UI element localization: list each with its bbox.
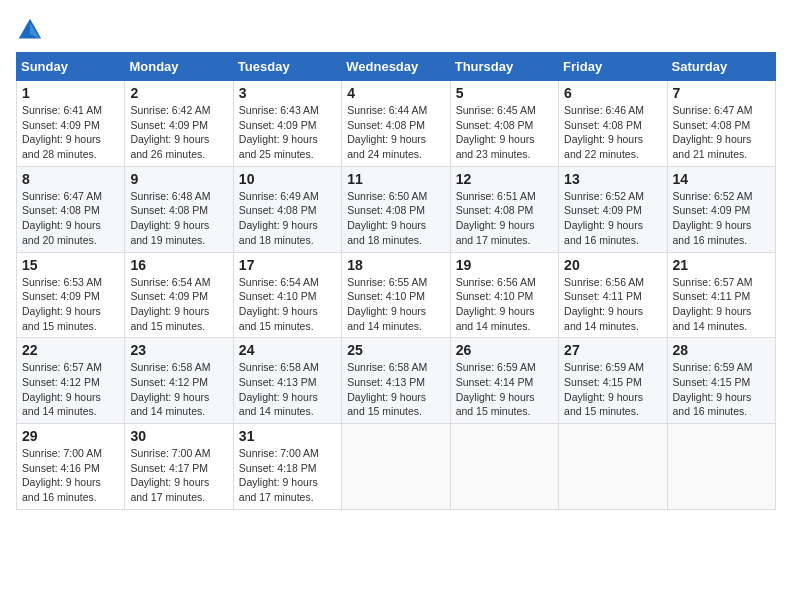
- day-number: 6: [564, 85, 661, 101]
- calendar-cell: 18 Sunrise: 6:55 AM Sunset: 4:10 PM Dayl…: [342, 252, 450, 338]
- day-info: Sunrise: 7:00 AM Sunset: 4:18 PM Dayligh…: [239, 446, 336, 505]
- calendar-cell: 27 Sunrise: 6:59 AM Sunset: 4:15 PM Dayl…: [559, 338, 667, 424]
- calendar-cell: [559, 424, 667, 510]
- calendar-cell: 22 Sunrise: 6:57 AM Sunset: 4:12 PM Dayl…: [17, 338, 125, 424]
- day-info: Sunrise: 6:59 AM Sunset: 4:14 PM Dayligh…: [456, 360, 553, 419]
- day-number: 21: [673, 257, 770, 273]
- day-info: Sunrise: 6:53 AM Sunset: 4:09 PM Dayligh…: [22, 275, 119, 334]
- calendar-cell: 4 Sunrise: 6:44 AM Sunset: 4:08 PM Dayli…: [342, 81, 450, 167]
- calendar-cell: 15 Sunrise: 6:53 AM Sunset: 4:09 PM Dayl…: [17, 252, 125, 338]
- week-row-3: 15 Sunrise: 6:53 AM Sunset: 4:09 PM Dayl…: [17, 252, 776, 338]
- day-number: 8: [22, 171, 119, 187]
- calendar-cell: 8 Sunrise: 6:47 AM Sunset: 4:08 PM Dayli…: [17, 166, 125, 252]
- day-info: Sunrise: 6:47 AM Sunset: 4:08 PM Dayligh…: [22, 189, 119, 248]
- day-number: 13: [564, 171, 661, 187]
- logo: [16, 16, 48, 44]
- day-info: Sunrise: 6:51 AM Sunset: 4:08 PM Dayligh…: [456, 189, 553, 248]
- calendar-cell: 26 Sunrise: 6:59 AM Sunset: 4:14 PM Dayl…: [450, 338, 558, 424]
- day-number: 3: [239, 85, 336, 101]
- day-number: 24: [239, 342, 336, 358]
- calendar-cell: 1 Sunrise: 6:41 AM Sunset: 4:09 PM Dayli…: [17, 81, 125, 167]
- calendar-cell: 21 Sunrise: 6:57 AM Sunset: 4:11 PM Dayl…: [667, 252, 775, 338]
- day-info: Sunrise: 6:57 AM Sunset: 4:11 PM Dayligh…: [673, 275, 770, 334]
- week-row-5: 29 Sunrise: 7:00 AM Sunset: 4:16 PM Dayl…: [17, 424, 776, 510]
- weekday-header-thursday: Thursday: [450, 53, 558, 81]
- logo-icon: [16, 16, 44, 44]
- weekday-header-tuesday: Tuesday: [233, 53, 341, 81]
- calendar-cell: 5 Sunrise: 6:45 AM Sunset: 4:08 PM Dayli…: [450, 81, 558, 167]
- calendar-cell: 17 Sunrise: 6:54 AM Sunset: 4:10 PM Dayl…: [233, 252, 341, 338]
- calendar-cell: 10 Sunrise: 6:49 AM Sunset: 4:08 PM Dayl…: [233, 166, 341, 252]
- calendar-cell: 13 Sunrise: 6:52 AM Sunset: 4:09 PM Dayl…: [559, 166, 667, 252]
- calendar-cell: 30 Sunrise: 7:00 AM Sunset: 4:17 PM Dayl…: [125, 424, 233, 510]
- day-info: Sunrise: 6:48 AM Sunset: 4:08 PM Dayligh…: [130, 189, 227, 248]
- week-row-4: 22 Sunrise: 6:57 AM Sunset: 4:12 PM Dayl…: [17, 338, 776, 424]
- calendar-cell: 29 Sunrise: 7:00 AM Sunset: 4:16 PM Dayl…: [17, 424, 125, 510]
- week-row-1: 1 Sunrise: 6:41 AM Sunset: 4:09 PM Dayli…: [17, 81, 776, 167]
- day-info: Sunrise: 6:52 AM Sunset: 4:09 PM Dayligh…: [564, 189, 661, 248]
- weekday-header-wednesday: Wednesday: [342, 53, 450, 81]
- calendar-cell: 3 Sunrise: 6:43 AM Sunset: 4:09 PM Dayli…: [233, 81, 341, 167]
- day-number: 1: [22, 85, 119, 101]
- day-info: Sunrise: 6:58 AM Sunset: 4:13 PM Dayligh…: [239, 360, 336, 419]
- calendar-cell: [342, 424, 450, 510]
- day-number: 20: [564, 257, 661, 273]
- calendar-cell: 6 Sunrise: 6:46 AM Sunset: 4:08 PM Dayli…: [559, 81, 667, 167]
- day-info: Sunrise: 6:44 AM Sunset: 4:08 PM Dayligh…: [347, 103, 444, 162]
- day-number: 18: [347, 257, 444, 273]
- day-info: Sunrise: 6:45 AM Sunset: 4:08 PM Dayligh…: [456, 103, 553, 162]
- day-number: 14: [673, 171, 770, 187]
- calendar-cell: 31 Sunrise: 7:00 AM Sunset: 4:18 PM Dayl…: [233, 424, 341, 510]
- day-number: 23: [130, 342, 227, 358]
- day-number: 4: [347, 85, 444, 101]
- day-info: Sunrise: 7:00 AM Sunset: 4:16 PM Dayligh…: [22, 446, 119, 505]
- weekday-header-row: SundayMondayTuesdayWednesdayThursdayFrid…: [17, 53, 776, 81]
- day-number: 5: [456, 85, 553, 101]
- day-info: Sunrise: 6:47 AM Sunset: 4:08 PM Dayligh…: [673, 103, 770, 162]
- day-number: 12: [456, 171, 553, 187]
- day-number: 29: [22, 428, 119, 444]
- day-number: 16: [130, 257, 227, 273]
- day-number: 22: [22, 342, 119, 358]
- week-row-2: 8 Sunrise: 6:47 AM Sunset: 4:08 PM Dayli…: [17, 166, 776, 252]
- day-number: 11: [347, 171, 444, 187]
- calendar-cell: 19 Sunrise: 6:56 AM Sunset: 4:10 PM Dayl…: [450, 252, 558, 338]
- day-info: Sunrise: 6:59 AM Sunset: 4:15 PM Dayligh…: [673, 360, 770, 419]
- day-info: Sunrise: 6:59 AM Sunset: 4:15 PM Dayligh…: [564, 360, 661, 419]
- calendar-cell: 2 Sunrise: 6:42 AM Sunset: 4:09 PM Dayli…: [125, 81, 233, 167]
- day-info: Sunrise: 6:57 AM Sunset: 4:12 PM Dayligh…: [22, 360, 119, 419]
- calendar-table: SundayMondayTuesdayWednesdayThursdayFrid…: [16, 52, 776, 510]
- calendar-cell: 7 Sunrise: 6:47 AM Sunset: 4:08 PM Dayli…: [667, 81, 775, 167]
- calendar-cell: 12 Sunrise: 6:51 AM Sunset: 4:08 PM Dayl…: [450, 166, 558, 252]
- day-number: 7: [673, 85, 770, 101]
- day-number: 17: [239, 257, 336, 273]
- day-info: Sunrise: 6:54 AM Sunset: 4:10 PM Dayligh…: [239, 275, 336, 334]
- day-info: Sunrise: 6:58 AM Sunset: 4:13 PM Dayligh…: [347, 360, 444, 419]
- day-info: Sunrise: 6:41 AM Sunset: 4:09 PM Dayligh…: [22, 103, 119, 162]
- day-number: 30: [130, 428, 227, 444]
- day-info: Sunrise: 7:00 AM Sunset: 4:17 PM Dayligh…: [130, 446, 227, 505]
- day-info: Sunrise: 6:42 AM Sunset: 4:09 PM Dayligh…: [130, 103, 227, 162]
- day-info: Sunrise: 6:56 AM Sunset: 4:10 PM Dayligh…: [456, 275, 553, 334]
- day-info: Sunrise: 6:58 AM Sunset: 4:12 PM Dayligh…: [130, 360, 227, 419]
- day-number: 31: [239, 428, 336, 444]
- day-info: Sunrise: 6:43 AM Sunset: 4:09 PM Dayligh…: [239, 103, 336, 162]
- page-header: [16, 16, 776, 44]
- calendar-cell: 23 Sunrise: 6:58 AM Sunset: 4:12 PM Dayl…: [125, 338, 233, 424]
- weekday-header-saturday: Saturday: [667, 53, 775, 81]
- weekday-header-friday: Friday: [559, 53, 667, 81]
- weekday-header-monday: Monday: [125, 53, 233, 81]
- day-number: 2: [130, 85, 227, 101]
- day-number: 10: [239, 171, 336, 187]
- calendar-cell: [667, 424, 775, 510]
- day-number: 9: [130, 171, 227, 187]
- calendar-cell: 11 Sunrise: 6:50 AM Sunset: 4:08 PM Dayl…: [342, 166, 450, 252]
- day-info: Sunrise: 6:46 AM Sunset: 4:08 PM Dayligh…: [564, 103, 661, 162]
- calendar-cell: 16 Sunrise: 6:54 AM Sunset: 4:09 PM Dayl…: [125, 252, 233, 338]
- calendar-cell: 24 Sunrise: 6:58 AM Sunset: 4:13 PM Dayl…: [233, 338, 341, 424]
- day-number: 19: [456, 257, 553, 273]
- calendar-cell: 20 Sunrise: 6:56 AM Sunset: 4:11 PM Dayl…: [559, 252, 667, 338]
- day-info: Sunrise: 6:52 AM Sunset: 4:09 PM Dayligh…: [673, 189, 770, 248]
- day-number: 28: [673, 342, 770, 358]
- calendar-cell: 25 Sunrise: 6:58 AM Sunset: 4:13 PM Dayl…: [342, 338, 450, 424]
